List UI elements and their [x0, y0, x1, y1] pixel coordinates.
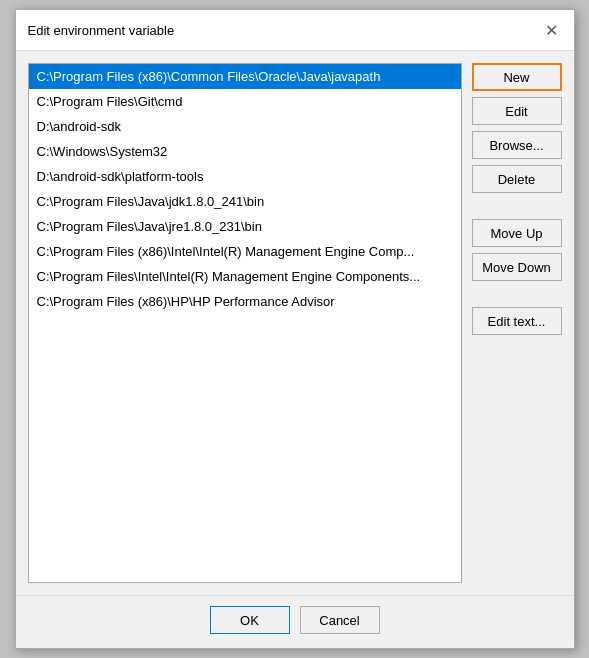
dialog-body: C:\Program Files (x86)\Common Files\Orac…	[16, 51, 574, 595]
list-item[interactable]: C:\Program Files (x86)\Intel\Intel(R) Ma…	[29, 239, 461, 264]
move-down-button[interactable]: Move Down	[472, 253, 562, 281]
ok-button[interactable]: OK	[210, 606, 290, 634]
dialog-title: Edit environment variable	[28, 23, 175, 38]
list-item[interactable]: C:\Program Files (x86)\Common Files\Orac…	[29, 64, 461, 89]
close-button[interactable]: ✕	[542, 20, 562, 40]
list-item[interactable]: C:\Program Files\Intel\Intel(R) Manageme…	[29, 264, 461, 289]
env-variable-list[interactable]: C:\Program Files (x86)\Common Files\Orac…	[28, 63, 462, 583]
dialog-footer: OK Cancel	[16, 595, 574, 648]
list-item[interactable]: D:\android-sdk\platform-tools	[29, 164, 461, 189]
new-button[interactable]: New	[472, 63, 562, 91]
action-buttons-panel: New Edit Browse... Delete Move Up Move D…	[472, 63, 562, 583]
delete-button[interactable]: Delete	[472, 165, 562, 193]
move-up-button[interactable]: Move Up	[472, 219, 562, 247]
list-item[interactable]: D:\android-sdk	[29, 114, 461, 139]
title-bar: Edit environment variable ✕	[16, 10, 574, 51]
list-item[interactable]: C:\Program Files\Java\jre1.8.0_231\bin	[29, 214, 461, 239]
list-item[interactable]: C:\Windows\System32	[29, 139, 461, 164]
edit-env-variable-dialog: Edit environment variable ✕ C:\Program F…	[15, 9, 575, 649]
cancel-button[interactable]: Cancel	[300, 606, 380, 634]
list-item[interactable]: C:\Program Files\Git\cmd	[29, 89, 461, 114]
browse-button[interactable]: Browse...	[472, 131, 562, 159]
list-item[interactable]: C:\Program Files\Java\jdk1.8.0_241\bin	[29, 189, 461, 214]
list-item[interactable]: C:\Program Files (x86)\HP\HP Performance…	[29, 289, 461, 314]
edit-text-button[interactable]: Edit text...	[472, 307, 562, 335]
edit-button[interactable]: Edit	[472, 97, 562, 125]
